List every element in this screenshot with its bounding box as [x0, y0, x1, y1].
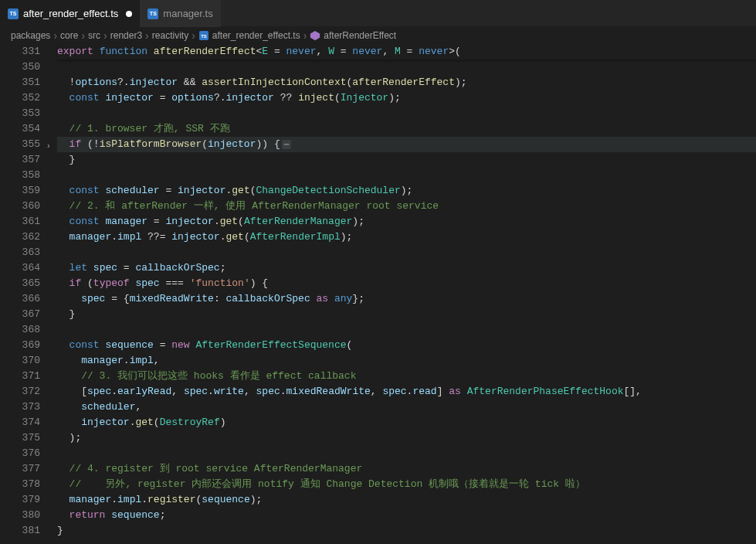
line-number: 377: [0, 461, 40, 477]
code-area[interactable]: export function afterRenderEffect<E = ne…: [54, 44, 756, 544]
ts-file-icon: TS: [147, 8, 158, 19]
code-line[interactable]: spec = {mixedReadWrite: callbackOrSpec a…: [57, 291, 756, 307]
code-line[interactable]: return sequence;: [57, 508, 756, 523]
line-number: 355›: [0, 137, 40, 152]
tab-bar: TS after_render_effect.ts TS manager.ts: [0, 0, 756, 27]
crumb[interactable]: reactivity: [152, 30, 188, 41]
code-line[interactable]: manager.impl,: [57, 353, 756, 369]
line-number: 378: [0, 477, 40, 492]
line-number: 365: [0, 276, 40, 291]
line-number: 354: [0, 121, 40, 137]
code-line[interactable]: }: [57, 307, 756, 322]
code-line[interactable]: );: [57, 430, 756, 446]
chevron-right-icon: ›: [81, 29, 85, 42]
crumb[interactable]: render3: [110, 30, 142, 41]
line-number: 353: [0, 106, 40, 121]
code-line[interactable]: }: [57, 523, 756, 539]
ts-file-icon: TS: [8, 8, 19, 19]
code-line[interactable]: const manager = injector.get(AfterRender…: [57, 214, 756, 230]
chevron-right-icon: ›: [145, 29, 149, 42]
code-line[interactable]: const scheduler = injector.get(ChangeDet…: [57, 183, 756, 199]
line-number: 381: [0, 523, 40, 539]
code-line[interactable]: const sequence = new AfterRenderEffectSe…: [57, 338, 756, 353]
chevron-right-icon: ›: [103, 29, 107, 42]
fold-icon[interactable]: ›: [46, 138, 51, 154]
line-number: 368: [0, 322, 40, 338]
line-number: 369: [0, 338, 40, 353]
line-number: 361: [0, 214, 40, 230]
code-line[interactable]: if (typeof spec === 'function') {: [57, 276, 756, 291]
chevron-right-icon: ›: [192, 29, 195, 42]
line-number: 350: [0, 60, 40, 75]
line-number: 359: [0, 183, 40, 199]
line-number: 375: [0, 430, 40, 446]
chevron-right-icon: ›: [53, 29, 57, 42]
line-number: 352: [0, 90, 40, 106]
line-number: 370: [0, 353, 40, 369]
tab-after-render-effect[interactable]: TS after_render_effect.ts: [0, 0, 140, 27]
code-line[interactable]: [spec.earlyRead, spec.write, spec.mixedR…: [57, 384, 756, 400]
dirty-indicator-icon: [126, 11, 132, 17]
line-number: 380: [0, 508, 40, 523]
code-line[interactable]: scheduler,: [57, 400, 756, 415]
code-line[interactable]: // 4. register 到 root service AfterRende…: [57, 461, 756, 477]
crumb[interactable]: src: [88, 30, 100, 41]
line-number: 366: [0, 291, 40, 307]
line-number: 331: [0, 44, 40, 60]
code-line[interactable]: // 1. browser 才跑, SSR 不跑: [57, 121, 756, 137]
code-line[interactable]: const injector = options?.injector ?? in…: [57, 90, 756, 106]
code-line[interactable]: [57, 446, 756, 461]
code-line[interactable]: manager.impl ??= injector.get(AfterRende…: [57, 230, 756, 245]
code-line[interactable]: !options?.injector && assertInInjectionC…: [57, 75, 756, 90]
crumb[interactable]: after_render_effect.ts: [212, 30, 300, 41]
code-line[interactable]: injector.get(DestroyRef): [57, 415, 756, 430]
line-number: 357: [0, 152, 40, 168]
line-number: 376: [0, 446, 40, 461]
code-line[interactable]: // 2. 和 afterRender 一样, 使用 AfterRenderMa…: [57, 199, 756, 214]
tab-manager[interactable]: TS manager.ts: [140, 0, 220, 27]
code-editor[interactable]: 331350351352353354355›357358359360361362…: [0, 44, 756, 544]
code-line[interactable]: }: [57, 152, 756, 168]
line-number: 373: [0, 400, 40, 415]
line-number: 358: [0, 168, 40, 183]
code-line[interactable]: [57, 322, 756, 338]
code-line[interactable]: // 另外, register 内部还会调用 notify 通知 Change …: [57, 477, 756, 492]
tab-label: manager.ts: [163, 8, 212, 19]
line-number: 351: [0, 75, 40, 90]
line-number-gutter: 331350351352353354355›357358359360361362…: [0, 44, 54, 544]
line-number: 362: [0, 230, 40, 245]
collapsed-indicator-icon[interactable]: ⋯: [282, 140, 292, 149]
code-line[interactable]: // 3. 我们可以把这些 hooks 看作是 effect callback: [57, 369, 756, 384]
tab-label: after_render_effect.ts: [23, 8, 118, 19]
code-line[interactable]: let spec = callbackOrSpec;: [57, 260, 756, 276]
code-line[interactable]: [57, 106, 756, 121]
code-line[interactable]: [57, 168, 756, 183]
code-line[interactable]: [57, 60, 756, 75]
line-number: 367: [0, 307, 40, 322]
line-number: 372: [0, 384, 40, 400]
line-number: 374: [0, 415, 40, 430]
ts-file-icon: TS: [199, 31, 208, 40]
crumb[interactable]: packages: [11, 30, 50, 41]
breadcrumb[interactable]: packages› core› src› render3› reactivity…: [0, 27, 756, 44]
line-number: 371: [0, 369, 40, 384]
method-icon: [310, 30, 320, 41]
chevron-right-icon: ›: [303, 29, 307, 42]
code-line[interactable]: manager.impl.register(sequence);: [57, 492, 756, 508]
line-number: 360: [0, 199, 40, 214]
line-number: 363: [0, 245, 40, 260]
code-line[interactable]: [57, 245, 756, 260]
line-number: 379: [0, 492, 40, 508]
crumb[interactable]: core: [60, 30, 78, 41]
code-line[interactable]: if (!isPlatformBrowser(injector)) {⋯: [57, 137, 756, 152]
crumb[interactable]: afterRenderEffect: [324, 30, 396, 41]
line-number: 364: [0, 260, 40, 276]
code-line[interactable]: export function afterRenderEffect<E = ne…: [57, 44, 756, 60]
